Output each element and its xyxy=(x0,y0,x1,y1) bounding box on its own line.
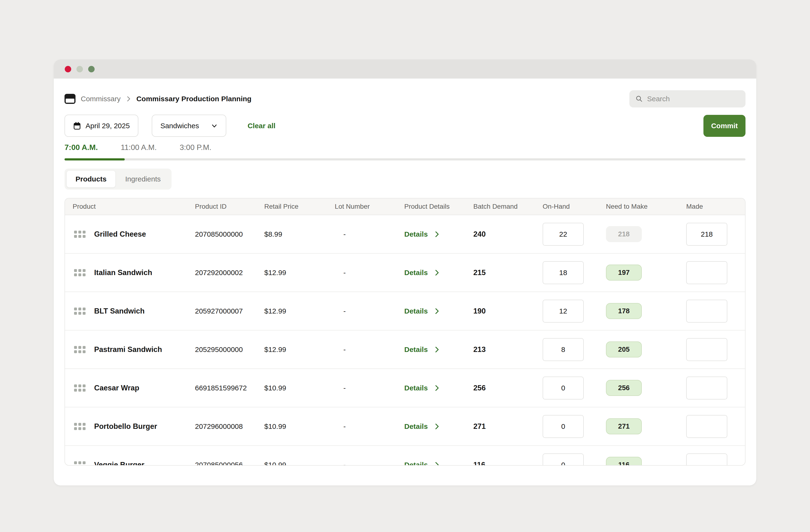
made-input[interactable] xyxy=(686,261,727,284)
batch-demand: 256 xyxy=(473,384,542,392)
drag-handle-icon[interactable] xyxy=(74,384,85,392)
made-cell xyxy=(686,261,745,284)
tab-7am[interactable]: 7:00 A.M. xyxy=(65,143,98,152)
batch-demand: 213 xyxy=(473,345,542,354)
drag-handle-icon[interactable] xyxy=(74,423,85,430)
breadcrumb: Commissary Commissary Production Plannin… xyxy=(65,94,252,104)
on-hand-input[interactable] xyxy=(542,223,584,246)
product-id: 205295000000 xyxy=(195,346,264,354)
drag-handle-icon[interactable] xyxy=(74,461,85,466)
product-name: Caesar Wrap xyxy=(94,384,139,392)
made-input[interactable] xyxy=(686,300,727,322)
search-input[interactable] xyxy=(647,95,739,103)
col-retail-price: Retail Price xyxy=(264,203,335,210)
made-input[interactable] xyxy=(686,453,727,466)
on-hand-cell xyxy=(542,338,606,361)
drag-handle-icon[interactable] xyxy=(74,346,85,353)
chevron-down-icon xyxy=(211,122,218,129)
made-cell xyxy=(686,338,745,361)
col-on-hand: On-Hand xyxy=(542,203,606,210)
tab-3pm[interactable]: 3:00 P.M. xyxy=(180,143,211,152)
traffic-light-minimize[interactable] xyxy=(77,66,83,72)
toggle-products[interactable]: Products xyxy=(67,171,115,187)
tab-11am[interactable]: 11:00 A.M. xyxy=(121,143,157,152)
made-input[interactable] xyxy=(686,415,727,438)
need-to-make-cell: 205 xyxy=(606,342,686,358)
retail-price: $10.99 xyxy=(264,384,335,392)
product-name: Italian Sandwich xyxy=(94,268,152,277)
details-button[interactable]: Details xyxy=(404,422,440,431)
drag-handle-icon[interactable] xyxy=(74,231,85,238)
need-to-make-badge: 178 xyxy=(606,303,642,319)
product-cell: Pastrami Sandwich xyxy=(65,345,195,354)
drag-handle-icon[interactable] xyxy=(74,269,85,276)
chevron-right-icon xyxy=(126,95,131,102)
filter-bar: April 29, 2025 Sandwiches Clear all Comm… xyxy=(65,115,745,137)
need-to-make-cell: 218 xyxy=(606,226,686,242)
details-button[interactable]: Details xyxy=(404,346,440,354)
chevron-right-icon xyxy=(434,269,440,276)
clear-all-button[interactable]: Clear all xyxy=(247,122,275,130)
breadcrumb-root[interactable]: Commissary xyxy=(81,95,121,103)
on-hand-input[interactable] xyxy=(542,261,584,284)
product-name: Portobello Burger xyxy=(94,422,157,431)
retail-price: $10.99 xyxy=(264,461,335,466)
product-cell: Italian Sandwich xyxy=(65,268,195,277)
view-toggle: Products Ingredients xyxy=(65,169,172,189)
details-button[interactable]: Details xyxy=(404,269,440,277)
product-name: Veggie Burger xyxy=(94,461,144,466)
page-header: Commissary Commissary Production Plannin… xyxy=(65,90,745,107)
need-to-make-badge: 256 xyxy=(606,380,642,396)
on-hand-input[interactable] xyxy=(542,453,584,466)
details-button[interactable]: Details xyxy=(404,230,440,238)
lot-number: - xyxy=(335,307,404,315)
chevron-right-icon xyxy=(434,461,440,466)
on-hand-input[interactable] xyxy=(542,338,584,361)
traffic-light-zoom[interactable] xyxy=(88,66,95,72)
made-cell xyxy=(686,300,745,322)
traffic-light-close[interactable] xyxy=(65,66,71,72)
details-label: Details xyxy=(404,461,428,466)
table-row: Veggie Burger207085000056$10.99-Details1… xyxy=(65,446,745,466)
need-to-make-cell: 116 xyxy=(606,457,686,466)
batch-demand: 116 xyxy=(473,461,542,466)
retail-price: $12.99 xyxy=(264,346,335,354)
col-product-id: Product ID xyxy=(195,203,264,210)
need-to-make-badge: 218 xyxy=(606,226,642,242)
on-hand-input[interactable] xyxy=(542,300,584,322)
product-details-cell: Details xyxy=(404,384,473,392)
lot-number: - xyxy=(335,384,404,392)
drag-handle-icon[interactable] xyxy=(74,307,85,315)
chevron-right-icon xyxy=(434,423,440,430)
made-cell xyxy=(686,415,745,438)
commit-button[interactable]: Commit xyxy=(703,115,745,137)
made-input[interactable] xyxy=(686,338,727,361)
toggle-ingredients[interactable]: Ingredients xyxy=(116,171,169,187)
on-hand-input[interactable] xyxy=(542,377,584,399)
product-id: 6691851599672 xyxy=(195,384,264,392)
retail-price: $8.99 xyxy=(264,230,335,238)
details-button[interactable]: Details xyxy=(404,461,440,466)
details-label: Details xyxy=(404,230,428,238)
on-hand-input[interactable] xyxy=(542,415,584,438)
details-button[interactable]: Details xyxy=(404,307,440,315)
category-select[interactable]: Sandwiches xyxy=(152,115,226,137)
chevron-right-icon xyxy=(434,231,440,238)
date-picker-value: April 29, 2025 xyxy=(85,122,130,130)
lot-number: - xyxy=(335,461,404,466)
chevron-right-icon xyxy=(434,346,440,353)
search-box[interactable] xyxy=(629,90,745,107)
active-tab-indicator xyxy=(65,158,125,161)
col-product: Product xyxy=(65,203,195,210)
product-details-cell: Details xyxy=(404,307,473,315)
date-picker-button[interactable]: April 29, 2025 xyxy=(65,115,138,137)
made-input[interactable] xyxy=(686,377,727,399)
made-input[interactable] xyxy=(686,223,727,246)
product-id: 205927000007 xyxy=(195,307,264,315)
col-product-details: Product Details xyxy=(404,203,473,210)
time-tabs: 7:00 A.M. 11:00 A.M. 3:00 P.M. xyxy=(65,143,745,161)
table-row: Portobello Burger207296000008$10.99-Deta… xyxy=(65,408,745,446)
col-made: Made xyxy=(686,203,745,210)
need-to-make-cell: 197 xyxy=(606,265,686,281)
details-button[interactable]: Details xyxy=(404,384,440,392)
